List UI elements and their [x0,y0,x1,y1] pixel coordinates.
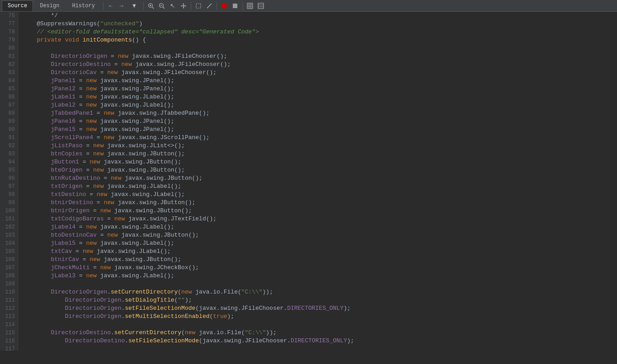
line-number: 106 [3,256,15,264]
line-number: 83 [3,69,15,77]
tab-history[interactable]: History [66,0,100,11]
svg-marker-7 [183,3,184,5]
line-number: 89 [3,117,15,126]
code-line: // <editor-fold defaultstate="collapsed"… [23,28,617,36]
back-button[interactable]: ← [106,1,116,11]
svg-marker-10 [185,5,186,6]
line-number: 113 [3,313,15,321]
code-line: DirectorioOrigen.setDialogTitle(""); [23,296,617,304]
sep-after-tabs [103,2,104,10]
code-line: jScrollPane4 = new javax.swing.JScrollPa… [23,134,617,142]
code-line: txtOrigen = new javax.swing.JLabel(); [23,182,617,191]
line-number: 114 [3,321,15,329]
code-line: */ [23,12,617,20]
line-number: 90 [3,126,15,134]
code-line: bteOrigen = new javax.swing.JButton(); [23,166,617,174]
code-line [23,44,617,52]
code-line: DirectorioDestino.setCurrentDirectory(ne… [23,329,617,337]
line-number: 99 [3,199,15,207]
line-number: 78 [3,28,15,36]
tab-design[interactable]: Design [34,0,65,11]
code-content: */ @SuppressWarnings("unchecked") // <ed… [18,12,617,350]
code-line [23,321,617,329]
code-line: @SuppressWarnings("unchecked") [23,20,617,28]
line-number: 105 [3,247,15,256]
code-line [23,345,617,350]
code-line: jButton1 = new javax.swing.JButton(); [23,158,617,166]
line-number: 80 [3,44,15,52]
line-number: 91 [3,134,15,142]
line-button[interactable] [204,1,214,11]
code-line: txtCodigoBarras = new javax.swing.JTextF… [23,215,617,223]
stop-button[interactable] [230,1,240,11]
line-number: 103 [3,231,15,239]
zoom-out-button[interactable] [157,1,167,11]
line-number: 86 [3,93,15,101]
code-line: DirectorioCav = new javax.swing.JFileCho… [23,69,617,77]
dropdown-button[interactable]: ▼ [127,1,141,11]
code-editor[interactable]: 7677787980818283848586878889909192939495… [0,12,617,350]
svg-rect-20 [258,3,264,9]
code-line: jLabel5 = new javax.swing.JLabel(); [23,239,617,247]
code-line: private void initComponents() { [23,36,617,44]
line-number: 76 [3,12,15,20]
svg-line-12 [207,4,212,8]
svg-rect-14 [233,4,237,8]
line-number: 79 [3,36,15,44]
svg-point-13 [221,3,227,9]
line-number: 107 [3,264,15,272]
forward-button[interactable]: → [117,1,127,11]
code-line: DirectorioDestino.setFileSelectionMode(j… [23,337,617,345]
line-number: 82 [3,61,15,69]
chart1-button[interactable] [245,1,255,11]
code-line: jPanel2 = new javax.swing.JPanel(); [23,85,617,93]
code-line: jLabel2 = new javax.swing.JLabel(); [23,101,617,109]
line-number: 100 [3,207,15,215]
code-line: btnRutaDestino = new javax.swing.JButton… [23,174,617,182]
code-line: jCheckMulti = new javax.swing.JCheckBox(… [23,264,617,272]
code-line: jLabel1 = new javax.swing.JLabel(); [23,93,617,101]
line-number: 111 [3,296,15,304]
line-number: 97 [3,182,15,191]
chart2-button[interactable] [256,1,266,11]
line-number: 108 [3,272,15,280]
code-line: jPanel6 = new javax.swing.JPanel(); [23,117,617,126]
line-number: 81 [3,52,15,61]
line-number: 115 [3,329,15,337]
move-button[interactable] [179,1,188,11]
line-number: 116 [3,337,15,345]
code-line: DirectorioOrigen = new javax.swing.JFile… [23,52,617,61]
run-button[interactable] [219,1,229,11]
svg-rect-11 [196,4,201,8]
code-line [23,280,617,288]
line-number: 93 [3,150,15,158]
sep1 [143,2,144,10]
line-number: 85 [3,85,15,93]
zoom-in-button[interactable] [146,1,156,11]
line-number: 117 [3,345,15,350]
code-line: btnirDestino = new javax.swing.JButton()… [23,199,617,207]
code-line: jPanel1 = new javax.swing.JPanel(); [23,77,617,85]
line-number: 96 [3,174,15,182]
line-number: 110 [3,288,15,296]
svg-rect-15 [247,3,253,9]
code-line: DirectorioOrigen.setMultiSelectionEnable… [23,313,617,321]
line-number: 84 [3,77,15,85]
select-button[interactable]: ↖ [168,1,178,11]
sep2 [191,2,191,10]
tab-source[interactable]: Source [2,0,33,11]
sep3 [217,2,217,10]
code-line: btnirCav = new javax.swing.JButton(); [23,256,617,264]
code-line: btoDestinoCav = new javax.swing.JButton(… [23,231,617,239]
code-line: DirectorioOrigen.setFileSelectionMode(ja… [23,304,617,313]
svg-marker-8 [183,7,184,9]
code-line: DirectorioDestino = new javax.swing.JFil… [23,61,617,69]
rect-select-button[interactable] [193,1,203,11]
line-number: 102 [3,223,15,231]
line-number: 87 [3,101,15,109]
line-number: 104 [3,239,15,247]
code-line: jTabbedPane1 = new javax.swing.JTabbedPa… [23,109,617,117]
line-number: 88 [3,109,15,117]
line-number: 112 [3,304,15,313]
code-line: jLabel4 = new javax.swing.JLabel(); [23,223,617,231]
